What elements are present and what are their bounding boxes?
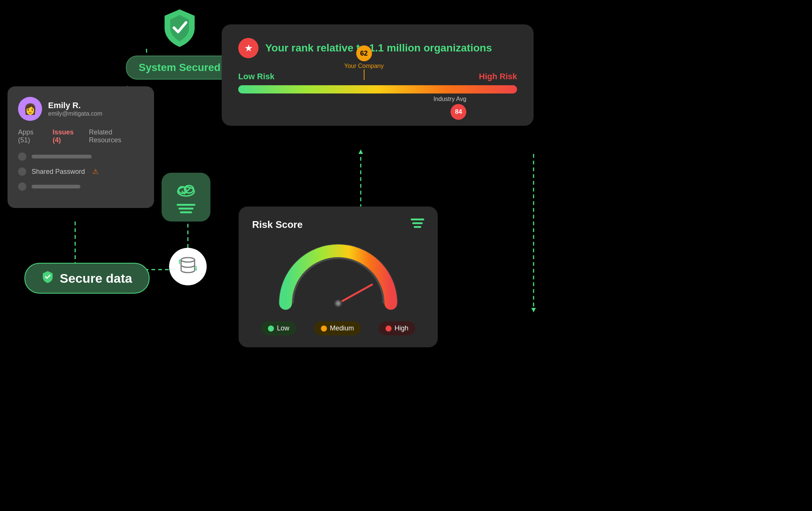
- user-info: Emily R. emily@mitigata.com: [48, 101, 102, 117]
- shared-password-label: Shared Password: [32, 168, 85, 176]
- legend-medium: Medium: [314, 321, 361, 335]
- warning-icon: ⚠: [92, 167, 98, 176]
- system-secured-badge: System Secured: [126, 56, 233, 80]
- list-item-2: Shared Password ⚠: [18, 167, 144, 176]
- list-dot-2: [18, 167, 26, 176]
- legend-label-medium: Medium: [330, 324, 354, 332]
- svg-rect-26: [412, 222, 423, 224]
- cloud-lines: [177, 204, 195, 213]
- legend-dot-medium: [321, 326, 327, 332]
- tab-resources[interactable]: Related Resources: [89, 128, 144, 144]
- risk-menu-icon[interactable]: [411, 219, 424, 231]
- shield-icon: [159, 8, 200, 49]
- rank-scale: 62 Your Company Low Risk High Risk Indus…: [238, 72, 517, 93]
- db-widget: [169, 248, 207, 285]
- svg-rect-25: [411, 219, 424, 220]
- user-name: Emily R.: [48, 101, 102, 110]
- user-avatar: 👩: [18, 97, 42, 121]
- cloud-check-icon: [176, 181, 196, 200]
- industry-marker: Industry Avg 84: [433, 96, 466, 120]
- list-item-1: [18, 152, 144, 161]
- industry-avg-score: 84: [451, 104, 466, 120]
- svg-point-30: [336, 301, 340, 305]
- high-risk-label: High Risk: [479, 72, 517, 81]
- cloud-check-widget: [162, 173, 210, 222]
- gauge-container: [252, 240, 424, 311]
- svg-marker-12: [531, 308, 536, 312]
- industry-avg-label: Industry Avg: [433, 96, 466, 103]
- legend-high: High: [379, 321, 415, 335]
- list-item-3: [18, 182, 144, 191]
- svg-marker-9: [358, 149, 363, 154]
- risk-score-card: Risk Score: [239, 207, 438, 347]
- shield-container: System Secured: [126, 8, 233, 80]
- list-dot-3: [18, 182, 26, 191]
- your-company-label: Your Company: [344, 63, 384, 69]
- list-bar-1: [32, 155, 92, 158]
- svg-marker-21: [195, 269, 197, 271]
- secure-data-label: Secure data: [60, 271, 132, 286]
- legend-label-high: High: [395, 324, 408, 332]
- risk-title: Risk Score: [252, 219, 302, 231]
- tab-apps[interactable]: Apps (51): [18, 128, 46, 144]
- secure-data-shield-icon: [42, 270, 54, 286]
- svg-rect-27: [414, 226, 421, 228]
- legend-label-low: Low: [277, 324, 289, 332]
- risk-header: Risk Score: [252, 219, 424, 231]
- list-dot-1: [18, 152, 26, 161]
- rank-card: ★ Your rank relative to 1.1 million orga…: [222, 24, 534, 126]
- gauge-legend: Low Medium High: [252, 321, 424, 335]
- rank-bar: Industry Avg 84: [238, 85, 517, 93]
- cloud-line-1: [177, 204, 195, 206]
- db-icon: [178, 255, 198, 278]
- your-company-marker: 62 Your Company: [344, 45, 384, 80]
- legend-dot-high: [386, 326, 392, 332]
- your-company-score: 62: [356, 45, 372, 61]
- user-header: 👩 Emily R. emily@mitigata.com: [18, 97, 144, 121]
- svg-point-17: [181, 258, 195, 262]
- legend-low: Low: [261, 321, 296, 335]
- your-company-line: [364, 69, 364, 80]
- low-risk-label: Low Risk: [238, 72, 275, 81]
- cloud-line-3: [180, 211, 192, 213]
- svg-marker-19: [178, 259, 181, 261]
- legend-dot-low: [268, 326, 274, 332]
- user-card: 👩 Emily R. emily@mitigata.com Apps (51) …: [8, 86, 154, 208]
- user-email: emily@mitigata.com: [48, 110, 102, 117]
- tab-issues[interactable]: Issues (4): [53, 128, 82, 144]
- user-tabs: Apps (51) Issues (4) Related Resources: [18, 128, 144, 144]
- cloud-line-2: [178, 208, 194, 210]
- list-bar-3: [32, 185, 80, 188]
- svg-line-28: [338, 285, 372, 303]
- secure-data-button[interactable]: Secure data: [24, 263, 150, 294]
- rank-star-icon: ★: [238, 38, 259, 58]
